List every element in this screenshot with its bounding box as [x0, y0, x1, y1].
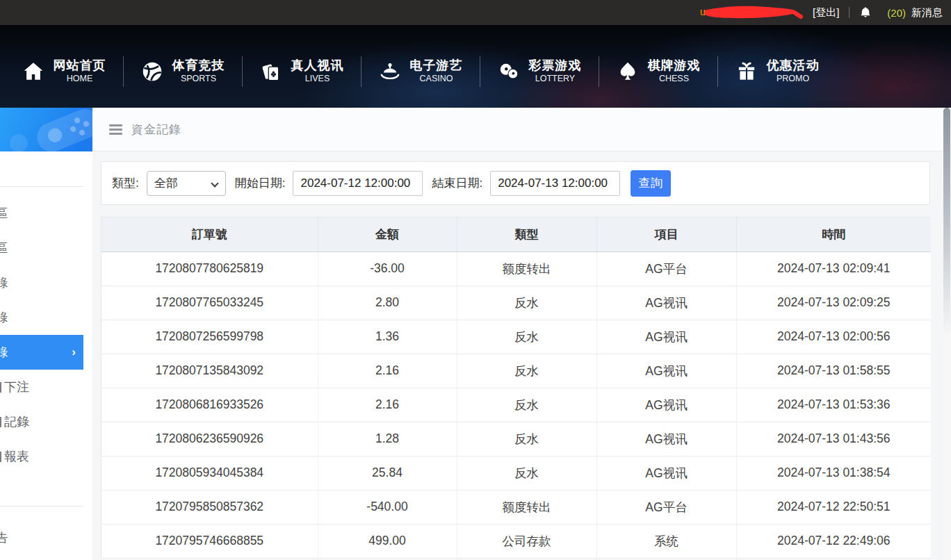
nav-item-casino[interactable]: 电子游艺CASINO — [361, 50, 480, 93]
message-label[interactable]: 新消息 — [911, 6, 943, 19]
table-row: 172080593404538425.84反水AG视讯2024-07-13 01… — [101, 456, 931, 490]
table-row: 1720795850857362-540.00额度转出AG平台2024-07-1… — [101, 490, 931, 524]
table-cell: 2024-07-13 01:38:54 — [736, 456, 931, 490]
sidebar-item-label: 錄 — [0, 344, 8, 361]
table-cell: 2024-07-13 02:09:41 — [736, 252, 931, 286]
sidebar-item-label: 告 — [0, 529, 8, 546]
table-cell: -540.00 — [318, 490, 457, 524]
sidebar-item-2[interactable]: 錄 — [0, 265, 83, 300]
bell-icon[interactable] — [859, 6, 872, 19]
scrollbar-thumb[interactable] — [943, 108, 950, 337]
nav-label-cn: 彩票游戏 — [529, 58, 582, 74]
sidebar-item-6[interactable]: 記錄 — [0, 404, 83, 439]
table-cell: -36.00 — [318, 252, 457, 286]
nav-label-en: LOTTERY — [535, 74, 575, 85]
table-cell: 反水 — [457, 320, 596, 354]
nav-item-lives[interactable]: 真人视讯LIVES — [242, 50, 361, 93]
table-cell: 2.80 — [318, 286, 457, 320]
home-icon — [22, 60, 45, 83]
start-date-input[interactable] — [293, 171, 423, 196]
start-date-label: 開始日期: — [235, 175, 286, 191]
sidebar-item-1[interactable]: 區 — [0, 231, 83, 265]
end-date-input[interactable] — [490, 171, 620, 196]
gamepad-icon — [28, 108, 92, 151]
type-select[interactable]: 全部 — [147, 171, 226, 196]
lottery-balls-icon — [497, 60, 521, 83]
nav-label-en: PROMO — [777, 74, 809, 85]
table-cell: AG视讯 — [596, 422, 736, 456]
table-cell: 2024-07-13 01:53:36 — [736, 388, 931, 422]
sidebar-item-label: 下注 — [4, 379, 29, 395]
table-cell: 2024-07-13 02:00:56 — [736, 320, 931, 354]
table-cell: 499.00 — [318, 524, 457, 558]
content-header: 資金記錄 — [92, 108, 951, 151]
column-header: 項目 — [596, 217, 736, 252]
cards-icon — [259, 60, 283, 83]
table-cell: 公司存款 — [457, 524, 596, 558]
nav-item-promo[interactable]: 优惠活动PROMO — [717, 50, 836, 93]
username-redacted[interactable]: u — [699, 3, 803, 22]
nav-label-cn: 真人视讯 — [291, 58, 344, 74]
chevron-down-icon — [211, 179, 218, 187]
table-cell: 2024-07-13 01:58:55 — [736, 354, 931, 388]
nav-label-en: SPORTS — [181, 74, 216, 85]
table-cell: 1.36 — [318, 320, 457, 354]
banner-bubble-decoration — [10, 134, 28, 151]
end-date-label: 結束日期: — [432, 175, 482, 191]
table-cell: 2024-07-12 22:49:06 — [736, 524, 931, 558]
sidebar-item-label: 錄 — [0, 309, 8, 326]
nav-label-en: HOME — [67, 74, 93, 85]
table-cell: 2024-07-13 02:09:25 — [736, 286, 931, 320]
sidebar-item-label: 區 — [0, 240, 8, 256]
fund-records-table: 訂單號金額類型項目時間 1720807780625819-36.00额度转出AG… — [101, 217, 930, 559]
table-cell: 1720795850857362 — [101, 490, 318, 524]
table-row: 17208071358430922.16反水AG视讯2024-07-13 01:… — [101, 354, 931, 388]
sidebar-item-9[interactable]: 告 — [0, 520, 83, 555]
column-header: 訂單號 — [101, 217, 318, 252]
vertical-scrollbar — [943, 108, 951, 560]
sidebar-item-7[interactable]: 報表 — [0, 439, 83, 474]
table-row: 1720795746668855499.00公司存款系统2024-07-12 2… — [101, 524, 931, 558]
table-cell: 反水 — [457, 456, 596, 490]
sidebar-item-5[interactable]: 下注 — [0, 370, 83, 404]
table-cell: 1720807765033245 — [101, 286, 318, 320]
nav-label-cn: 棋牌游戏 — [648, 58, 701, 74]
table-cell: 反水 — [457, 354, 596, 388]
nav-label-cn: 体育竞技 — [172, 58, 225, 74]
message-count[interactable]: (20) — [887, 7, 906, 19]
hamburger-menu-icon[interactable] — [109, 124, 122, 135]
sports-ball-icon — [140, 60, 164, 83]
nav-item-lottery[interactable]: 彩票游戏LOTTERY — [480, 50, 599, 93]
table-cell: 反水 — [457, 286, 596, 320]
sidebar-banner[interactable] — [0, 108, 92, 151]
nav-item-chess[interactable]: 棋牌游戏CHESS — [599, 50, 717, 93]
table-cell: AG视讯 — [596, 320, 736, 354]
table-cell: AG视讯 — [596, 456, 736, 490]
table-cell: 1720806236590926 — [101, 422, 318, 456]
sidebar-item-0[interactable]: 區 — [0, 196, 83, 231]
column-header: 金額 — [318, 217, 457, 252]
table-cell: AG视讯 — [596, 286, 736, 320]
sidebar-item-3[interactable]: 錄 — [0, 300, 83, 335]
clipped-text-fragment — [0, 382, 1, 393]
logout-link[interactable]: [登出] — [813, 6, 839, 19]
sidebar-item-4-active[interactable]: 錄› — [0, 335, 83, 370]
filter-bar: 類型: 全部 開始日期: 結束日期: 查詢 — [101, 161, 930, 205]
table-row: 17208062365909261.28反水AG视讯2024-07-13 01:… — [101, 422, 931, 456]
nav-item-sports[interactable]: 体育竞技SPORTS — [123, 50, 242, 93]
gift-icon — [735, 60, 758, 83]
type-select-value: 全部 — [154, 175, 178, 191]
redaction-scribble-icon — [699, 3, 803, 22]
roulette-icon — [378, 60, 402, 83]
table-cell: 2024-07-13 01:43:56 — [736, 422, 931, 456]
table-header-row: 訂單號金額類型項目時間 — [101, 217, 931, 252]
table-cell: 2.16 — [318, 354, 457, 388]
main-nav: 网站首页HOME体育竞技SPORTS真人视讯LIVES电子游艺CASINO彩票游… — [0, 25, 951, 108]
type-label: 類型: — [112, 175, 139, 191]
nav-label-cn: 电子游艺 — [410, 58, 463, 74]
search-button[interactable]: 查詢 — [631, 170, 671, 197]
nav-item-home[interactable]: 网站首页HOME — [4, 50, 123, 93]
chevron-right-icon: › — [72, 345, 76, 359]
table-cell: 2.16 — [318, 388, 457, 422]
spade-icon — [616, 60, 640, 83]
